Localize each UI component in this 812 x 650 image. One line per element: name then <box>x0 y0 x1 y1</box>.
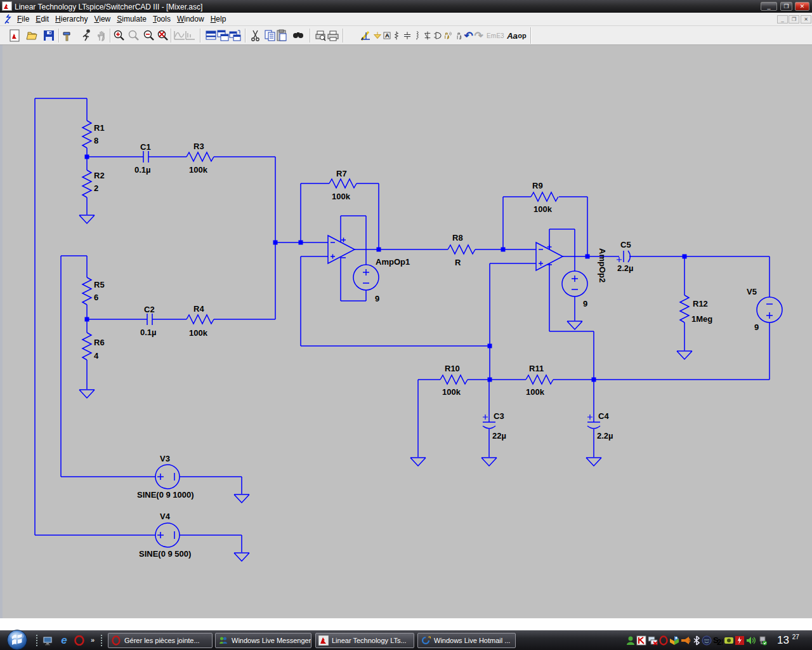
component-R5[interactable]: R5 6 <box>82 277 105 305</box>
component-R9[interactable]: R9 100k <box>531 181 558 214</box>
menu-tools[interactable]: Tools <box>150 13 174 25</box>
tray-nvidia-icon[interactable] <box>724 635 734 646</box>
schematic-canvas[interactable]: R1 8 R2 2 R3 100k R5 6 R6 4 R4 100k R7 1… <box>3 45 812 618</box>
menu-view[interactable]: View <box>91 13 114 25</box>
menu-help[interactable]: Help <box>207 13 230 25</box>
schematic-area[interactable]: R1 8 R2 2 R3 100k R5 6 R6 4 R4 100k R7 1… <box>0 45 812 618</box>
component-C1[interactable]: C1 0.1µ <box>134 142 151 175</box>
svg-text:R10: R10 <box>445 364 460 373</box>
clock-hour: 13 <box>777 634 789 646</box>
copy-icon[interactable] <box>263 29 277 43</box>
close-button[interactable]: ✕ <box>795 2 809 11</box>
mdi-restore-button[interactable]: ❐ <box>789 15 799 23</box>
start-button[interactable] <box>6 629 29 650</box>
restore-button[interactable]: ❐ <box>780 2 792 11</box>
paste-icon[interactable] <box>275 29 289 43</box>
mdi-close-button[interactable]: ✕ <box>801 15 811 23</box>
task-button-messenger[interactable]: Windows Live Messenger <box>215 633 311 648</box>
taskband-grip <box>100 634 103 647</box>
quicklaunch-opera-icon[interactable] <box>74 635 85 646</box>
spice-directive-icon[interactable]: .op <box>514 29 528 43</box>
schematic-doc-icon[interactable] <box>4 14 13 27</box>
open-icon[interactable] <box>25 29 39 43</box>
menu-window[interactable]: Window <box>174 13 207 25</box>
tray-kaspersky-icon[interactable] <box>636 635 646 646</box>
tray-network-icon[interactable] <box>648 635 658 646</box>
component-AmpOp2[interactable]: AmpOp2 9 <box>536 242 607 308</box>
zoom-full-icon[interactable] <box>127 29 140 43</box>
tray-skype-money-icon[interactable]: S2B <box>712 635 723 646</box>
cascade-windows-icon[interactable] <box>204 29 218 43</box>
tray-volume-icon[interactable] <box>746 635 756 646</box>
svg-text:100k: 100k <box>189 165 208 175</box>
svg-text:C3: C3 <box>494 411 504 421</box>
component-R11[interactable]: R11 100k <box>526 364 553 397</box>
component-R1[interactable]: R1 8 <box>82 121 105 148</box>
menu-file[interactable]: File <box>14 13 32 25</box>
tray-bluetooth-icon[interactable] <box>691 635 702 646</box>
component-R2[interactable]: R2 2 <box>82 170 105 197</box>
menu-simulate[interactable]: Simulate <box>114 13 150 25</box>
svg-text:A: A <box>385 32 390 39</box>
component-R10[interactable]: R10 100k <box>440 364 468 397</box>
save-icon[interactable] <box>42 29 55 43</box>
svg-text:C1: C1 <box>140 142 151 152</box>
svg-text:2: 2 <box>94 183 98 193</box>
menu-edit[interactable]: Edit <box>32 13 52 25</box>
title-bar[interactable]: Linear Technology LTspice/SwitcherCAD II… <box>0 0 812 13</box>
edit-text-icon[interactable]: E3 <box>494 29 507 43</box>
waveform-zoom-icon[interactable] <box>183 29 197 43</box>
task-button-label: Windows Live Hotmail ... <box>434 637 510 644</box>
tray-winamp-icon[interactable] <box>735 635 745 646</box>
redo-icon[interactable]: ↷ <box>472 29 485 43</box>
minimize-button[interactable]: _ <box>761 2 777 11</box>
quicklaunch-ie-icon[interactable]: e <box>58 635 70 646</box>
svg-text:4: 4 <box>94 351 99 361</box>
mdi-minimize-button[interactable]: _ <box>777 15 788 23</box>
zoom-in-icon[interactable] <box>112 29 126 43</box>
component-V5[interactable]: V5 9 <box>747 287 782 332</box>
taskbar-clock[interactable]: 13 27 <box>777 633 799 647</box>
component-R6[interactable]: R6 4 <box>82 333 105 361</box>
component-R12[interactable]: R12 1Meg <box>680 295 712 324</box>
task-button-label: Windows Live Messenger <box>232 637 311 644</box>
print-preview-icon[interactable] <box>313 29 327 43</box>
svg-text:R9: R9 <box>532 181 543 190</box>
tile-horizontal-icon[interactable] <box>216 29 230 43</box>
run-icon[interactable] <box>80 29 93 43</box>
task-button-ltspice[interactable]: Linear Technology LTs... <box>315 633 414 648</box>
tray-horn-icon[interactable] <box>680 635 690 646</box>
cut-icon[interactable] <box>249 29 262 43</box>
component-R7[interactable]: R7 100k <box>329 169 357 201</box>
component-C2[interactable]: C2 0.1µ <box>140 305 157 337</box>
component-R4[interactable]: R4 100k <box>187 304 214 338</box>
tray-cube-icon[interactable] <box>669 635 679 646</box>
svg-text:2.2µ: 2.2µ <box>617 263 634 273</box>
print-icon[interactable] <box>326 29 339 43</box>
new-schematic-icon[interactable] <box>8 29 21 43</box>
zoom-extents-icon[interactable] <box>156 29 169 43</box>
component-C3[interactable]: C3 22µ <box>483 411 506 441</box>
tray-usb-icon[interactable] <box>757 635 768 646</box>
task-button-hotmail[interactable]: Windows Live Hotmail ... <box>417 633 516 648</box>
svg-text:R4: R4 <box>193 304 204 314</box>
zoom-out-icon[interactable] <box>142 29 155 43</box>
tile-vertical-icon[interactable] <box>228 29 242 43</box>
component-C4[interactable]: C4 2.2µ <box>587 411 613 441</box>
find-icon[interactable] <box>291 29 304 43</box>
main-toolbar: A ↶ ↷ Em E3 Aa .op <box>0 26 812 45</box>
halt-icon[interactable] <box>95 29 108 43</box>
task-button-opera[interactable]: Gérer les pièces jointe... <box>108 633 213 648</box>
tray-user-icon[interactable] <box>625 635 636 646</box>
component-R3[interactable]: R3 100k <box>187 142 214 175</box>
control-panel-icon[interactable] <box>61 29 74 43</box>
svg-text:R12: R12 <box>693 299 708 308</box>
task-button-label: Linear Technology LTs... <box>332 637 407 644</box>
svg-text:2B: 2B <box>717 637 723 646</box>
quicklaunch-desktop-icon[interactable] <box>42 635 53 646</box>
tray-opera-icon[interactable] <box>658 635 669 646</box>
component-R8[interactable]: R8 R <box>448 233 475 267</box>
tray-messenger-status-icon[interactable] <box>702 635 712 646</box>
quicklaunch-overflow-chevron[interactable]: » <box>91 636 95 644</box>
menu-hierarchy[interactable]: Hierarchy <box>52 13 91 25</box>
